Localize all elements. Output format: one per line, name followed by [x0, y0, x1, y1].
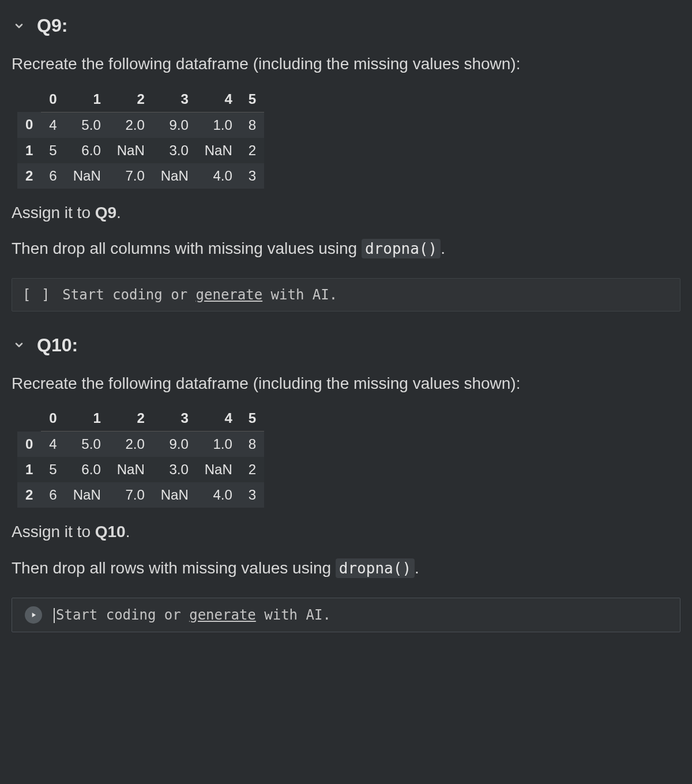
- text-caret: [54, 608, 55, 623]
- cell: 1.0: [197, 432, 240, 457]
- cell: 4: [41, 112, 65, 138]
- row-index: 0: [17, 112, 41, 138]
- col-header: 2: [109, 406, 153, 432]
- cell: 3.0: [153, 457, 197, 482]
- cell: 3: [240, 482, 264, 508]
- cell: 5: [41, 457, 65, 482]
- code-cell-placeholder[interactable]: Start coding or generate with AI.: [54, 607, 331, 623]
- col-header: 3: [153, 406, 197, 432]
- table-row: 1 5 6.0 NaN 3.0 NaN 2: [17, 457, 264, 482]
- instruction-text: Recreate the following dataframe (includ…: [12, 372, 680, 396]
- code-inline: dropna(): [336, 558, 415, 578]
- code-cell-q9[interactable]: [ ] Start coding or generate with AI.: [12, 278, 680, 312]
- cell: 2.0: [109, 432, 153, 457]
- cell: NaN: [197, 138, 240, 163]
- cell: 6.0: [65, 138, 109, 163]
- row-index: 2: [17, 163, 41, 189]
- cell: 4.0: [197, 482, 240, 508]
- generate-link[interactable]: generate: [196, 287, 263, 303]
- cell: 2.0: [109, 112, 153, 138]
- chevron-down-icon: [12, 337, 27, 352]
- dataframe-q10: 0 1 2 3 4 5 0 4 5.0 2.0 9.0 1.0 8: [17, 406, 680, 508]
- col-header: 1: [65, 87, 109, 112]
- section-title: Q9:: [37, 15, 67, 36]
- cell: NaN: [109, 138, 153, 163]
- dataframe-q9: 0 1 2 3 4 5 0 4 5.0 2.0 9.0 1.0 8: [17, 87, 680, 189]
- cell: NaN: [65, 163, 109, 189]
- cell: 4.0: [197, 163, 240, 189]
- col-header: 4: [197, 87, 240, 112]
- cell-exec-indicator: [ ]: [22, 287, 51, 303]
- table-row: 0 4 5.0 2.0 9.0 1.0 8: [17, 112, 264, 138]
- cell: 2: [240, 457, 264, 482]
- cell: NaN: [153, 482, 197, 508]
- table-row: 2 6 NaN 7.0 NaN 4.0 3: [17, 163, 264, 189]
- cell: 9.0: [153, 432, 197, 457]
- cell: 7.0: [109, 482, 153, 508]
- cell: 8: [240, 432, 264, 457]
- cell: 6: [41, 482, 65, 508]
- section-header-q10[interactable]: Q10:: [12, 335, 680, 356]
- col-header: 4: [197, 406, 240, 432]
- cell: 1.0: [197, 112, 240, 138]
- cell: 5: [41, 138, 65, 163]
- section-title: Q10:: [37, 335, 78, 356]
- table-row: 0 4 5.0 2.0 9.0 1.0 8: [17, 432, 264, 457]
- cell: 6.0: [65, 457, 109, 482]
- cell: NaN: [65, 482, 109, 508]
- instruction-drop: Then drop all columns with missing value…: [12, 237, 680, 261]
- cell: NaN: [153, 163, 197, 189]
- col-header: 0: [41, 406, 65, 432]
- cell: NaN: [197, 457, 240, 482]
- section-header-q9[interactable]: Q9:: [12, 15, 680, 36]
- instruction-drop: Then drop all rows with missing values u…: [12, 557, 680, 580]
- instruction-text: Recreate the following dataframe (includ…: [12, 52, 680, 76]
- code-inline: dropna(): [362, 239, 441, 258]
- col-header: 5: [240, 87, 264, 112]
- cell: 3.0: [153, 138, 197, 163]
- col-header: 0: [41, 87, 65, 112]
- cell: 2: [240, 138, 264, 163]
- code-cell-q10[interactable]: Start coding or generate with AI.: [12, 598, 680, 632]
- cell: 7.0: [109, 163, 153, 189]
- cell: 9.0: [153, 112, 197, 138]
- run-cell-button[interactable]: [25, 606, 42, 624]
- cell: 6: [41, 163, 65, 189]
- cell: NaN: [109, 457, 153, 482]
- col-header: 2: [109, 87, 153, 112]
- instruction-assign: Assign it to Q10.: [12, 520, 680, 544]
- table-row: 2 6 NaN 7.0 NaN 4.0 3: [17, 482, 264, 508]
- code-cell-placeholder[interactable]: Start coding or generate with AI.: [62, 287, 337, 303]
- row-index: 1: [17, 457, 41, 482]
- cell: 8: [240, 112, 264, 138]
- cell: 5.0: [65, 432, 109, 457]
- generate-link[interactable]: generate: [189, 607, 256, 623]
- col-header: 1: [65, 406, 109, 432]
- cell: 3: [240, 163, 264, 189]
- col-header: 3: [153, 87, 197, 112]
- row-index: 1: [17, 138, 41, 163]
- table-row: 1 5 6.0 NaN 3.0 NaN 2: [17, 138, 264, 163]
- instruction-assign: Assign it to Q9.: [12, 201, 680, 225]
- cell: 4: [41, 432, 65, 457]
- cell: 5.0: [65, 112, 109, 138]
- chevron-down-icon: [12, 18, 27, 33]
- row-index: 0: [17, 432, 41, 457]
- row-index: 2: [17, 482, 41, 508]
- col-header: 5: [240, 406, 264, 432]
